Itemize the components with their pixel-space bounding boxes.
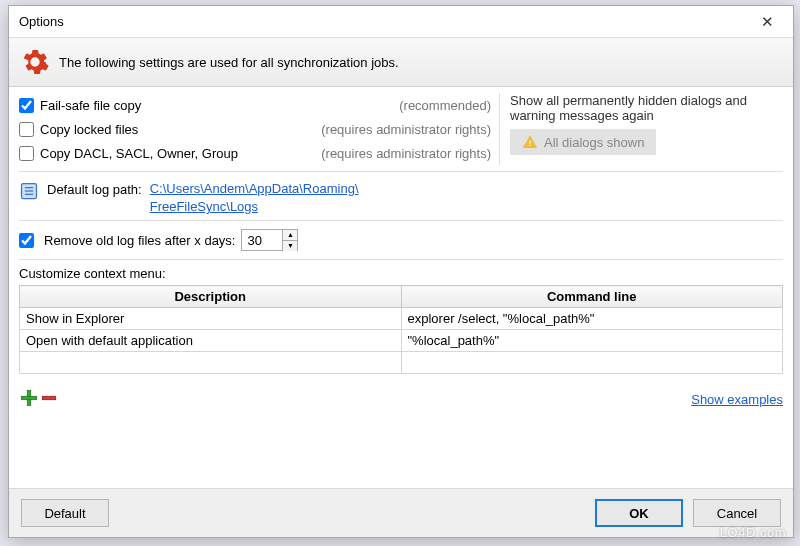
table-row[interactable]: Open with default application "%local_pa… bbox=[20, 330, 783, 352]
dacl-row[interactable]: Copy DACL, SACL, Owner, Group (requires … bbox=[19, 141, 499, 165]
ok-button[interactable]: OK bbox=[595, 499, 683, 527]
context-menu-table: Description Command line Show in Explore… bbox=[19, 285, 783, 374]
show-examples-link[interactable]: Show examples bbox=[691, 392, 783, 407]
banner-text: The following settings are used for all … bbox=[59, 55, 399, 70]
failsafe-label: Fail-safe file copy bbox=[40, 98, 141, 113]
remove-old-logs-label: Remove old log files after x days: bbox=[44, 233, 235, 248]
dacl-checkbox[interactable] bbox=[19, 146, 34, 161]
spin-down-icon[interactable]: ▼ bbox=[283, 241, 297, 251]
col-description[interactable]: Description bbox=[20, 286, 402, 308]
titlebar: Options ✕ bbox=[9, 6, 793, 38]
table-row[interactable] bbox=[20, 352, 783, 374]
gear-icon bbox=[21, 48, 49, 76]
warning-icon bbox=[522, 134, 538, 150]
locked-checkbox[interactable] bbox=[19, 122, 34, 137]
failsafe-checkbox[interactable] bbox=[19, 98, 34, 113]
spin-up-icon[interactable]: ▲ bbox=[283, 230, 297, 241]
window-title: Options bbox=[19, 14, 747, 29]
log-icon bbox=[19, 180, 39, 202]
banner: The following settings are used for all … bbox=[9, 38, 793, 87]
svg-rect-6 bbox=[42, 397, 55, 400]
col-command[interactable]: Command line bbox=[401, 286, 783, 308]
all-dialogs-shown-button: All dialogs shown bbox=[510, 129, 656, 155]
footer: Default OK Cancel bbox=[9, 488, 793, 537]
table-row[interactable]: Show in Explorer explorer /select, "%loc… bbox=[20, 308, 783, 330]
failsafe-row[interactable]: Fail-safe file copy (recommended) bbox=[19, 93, 499, 117]
add-row-button[interactable] bbox=[19, 388, 39, 411]
context-menu-heading: Customize context menu: bbox=[19, 266, 783, 281]
options-dialog: Options ✕ The following settings are use… bbox=[8, 5, 794, 538]
remove-days-input[interactable] bbox=[242, 230, 282, 250]
dacl-label: Copy DACL, SACL, Owner, Group bbox=[40, 146, 238, 161]
dacl-hint: (requires administrator rights) bbox=[321, 146, 499, 161]
remove-row-button[interactable] bbox=[39, 388, 59, 411]
close-icon[interactable]: ✕ bbox=[747, 13, 787, 31]
log-path-link[interactable]: C:\Users\Andem\AppData\Roaming\ FreeFile… bbox=[150, 180, 359, 216]
cancel-button[interactable]: Cancel bbox=[693, 499, 781, 527]
default-button[interactable]: Default bbox=[21, 499, 109, 527]
locked-row[interactable]: Copy locked files (requires administrato… bbox=[19, 117, 499, 141]
locked-hint: (requires administrator rights) bbox=[321, 122, 499, 137]
dialogs-text: Show all permanently hidden dialogs and … bbox=[510, 93, 783, 123]
remove-old-logs-checkbox[interactable] bbox=[19, 233, 34, 248]
failsafe-hint: (recommended) bbox=[399, 98, 499, 113]
remove-days-stepper[interactable]: ▲ ▼ bbox=[241, 229, 298, 251]
svg-rect-5 bbox=[22, 397, 37, 400]
locked-label: Copy locked files bbox=[40, 122, 138, 137]
log-path-label: Default log path: bbox=[47, 180, 142, 197]
all-dialogs-shown-label: All dialogs shown bbox=[544, 135, 644, 150]
